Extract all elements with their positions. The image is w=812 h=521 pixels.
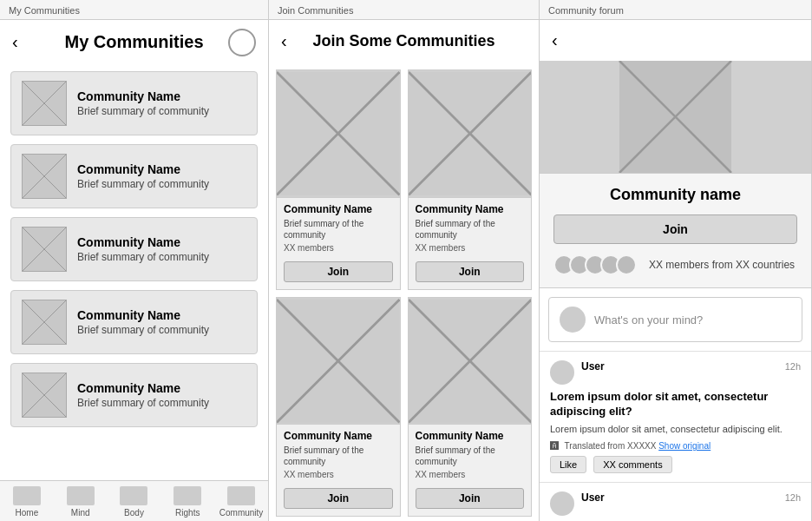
join-card-body: Community Name Brief summary of the comm… <box>277 425 400 485</box>
nav-icon <box>13 486 41 505</box>
community-summary: Brief summary of community <box>77 397 209 409</box>
panel2-header: ‹ Join Some Communities <box>269 20 539 63</box>
community-info: Community Name Brief summary of communit… <box>77 235 209 263</box>
whats-on-mind-text: What's on your mind? <box>594 313 703 326</box>
back-button-panel1[interactable]: ‹ <box>12 32 18 52</box>
post-user: User <box>581 491 605 504</box>
post-meta: User 12h <box>581 491 801 504</box>
join-grid: Community Name Brief summary of the comm… <box>269 63 539 521</box>
like-button[interactable]: Like <box>550 456 586 473</box>
post-actions: Like XX comments <box>550 456 801 473</box>
post-user: User <box>581 360 605 373</box>
nav-label: Body <box>124 508 144 518</box>
community-name: Community Name <box>77 308 209 322</box>
join-card-body: Community Name Brief summary of the comm… <box>277 198 400 258</box>
nav-icon <box>67 486 95 505</box>
join-card-image <box>277 70 400 198</box>
post-time: 12h <box>785 492 801 503</box>
join-card: Community Name Brief summary of the comm… <box>408 297 533 518</box>
join-card-button[interactable]: Join <box>284 261 393 282</box>
avatar[interactable] <box>228 29 256 56</box>
post-user-row: User 12h <box>581 360 801 373</box>
translate-label: Translated from XXXXX <box>565 441 657 451</box>
bottom-nav: Home Mind Body Rights Community <box>0 480 268 521</box>
community-thumbnail <box>22 154 67 199</box>
nav-label: Rights <box>175 508 200 518</box>
join-card-button[interactable]: Join <box>416 261 525 282</box>
post-meta: User 12h <box>581 360 801 373</box>
join-card-name: Community Name <box>416 203 525 215</box>
join-card-name: Community Name <box>416 430 525 442</box>
panel3-title-bar: Community forum <box>540 0 811 20</box>
my-communities-panel: My Communities ‹ My Communities Communit… <box>0 0 269 521</box>
user-avatar <box>560 307 586 333</box>
community-summary: Brief summary of community <box>77 178 209 190</box>
join-card-button[interactable]: Join <box>284 488 393 509</box>
join-card-image <box>409 298 532 425</box>
post-header: User 12h <box>550 360 801 385</box>
join-card-members: XX members <box>416 243 525 253</box>
join-card-summary: Brief summary of the community <box>284 445 393 467</box>
nav-item-rights[interactable]: Rights <box>160 486 214 518</box>
community-list-item[interactable]: Community Name Brief summary of communit… <box>10 217 258 281</box>
members-row: XX members from XX countries <box>553 254 797 275</box>
members-text: XX members from XX countries <box>649 259 795 271</box>
join-card-image <box>277 298 400 425</box>
join-card-image <box>409 70 532 198</box>
forum-banner <box>540 61 811 174</box>
nav-item-community[interactable]: Community <box>214 486 268 518</box>
join-card-members: XX members <box>284 470 393 479</box>
nav-item-body[interactable]: Body <box>108 486 161 518</box>
nav-label: Home <box>16 508 39 518</box>
community-list-item[interactable]: Community Name Brief summary of communit… <box>10 363 258 427</box>
back-button-panel3[interactable]: ‹ <box>552 30 558 50</box>
post-avatar <box>550 360 574 385</box>
nav-label: Mind <box>71 508 90 518</box>
panel1-title-bar: My Communities <box>0 0 268 20</box>
join-card-name: Community Name <box>284 203 393 215</box>
community-summary: Brief summary of community <box>77 251 209 263</box>
panel2-title-bar: Join Communities <box>269 0 539 20</box>
community-forum-panel: Community forum ‹ Community name Join XX… <box>540 0 812 521</box>
post-header: User 12h <box>550 491 801 516</box>
translate-icon: 🅰 <box>550 441 559 451</box>
community-list-item[interactable]: Community Name Brief summary of communit… <box>10 290 258 354</box>
back-button-panel2[interactable]: ‹ <box>281 31 287 51</box>
community-info: Community Name Brief summary of communit… <box>77 89 209 117</box>
community-thumbnail <box>22 300 67 345</box>
show-original-link[interactable]: Show original <box>658 441 710 451</box>
community-name: Community Name <box>77 89 209 103</box>
join-card: Community Name Brief summary of the comm… <box>276 69 401 290</box>
post-user-row: User 12h <box>581 491 801 504</box>
community-card: Community name Join XX members from XX c… <box>540 174 811 288</box>
avatar-5 <box>616 254 637 275</box>
community-name: Community Name <box>77 381 209 395</box>
join-card-button[interactable]: Join <box>416 488 525 509</box>
join-card-members: XX members <box>284 243 393 253</box>
comments-button[interactable]: XX comments <box>593 456 671 473</box>
panel3-header: ‹ <box>540 20 811 61</box>
post-card-0: User 12h Lorem ipsum dolor sit amet, con… <box>540 351 811 482</box>
community-summary: Brief summary of community <box>77 324 209 336</box>
nav-item-home[interactable]: Home <box>0 486 54 518</box>
post-time: 12h <box>785 361 801 372</box>
nav-icon <box>227 486 255 505</box>
post-body: Lorem ipsum dolor sit amet, consectetur … <box>550 423 801 436</box>
panel2-heading: Join Some Communities <box>312 32 494 50</box>
community-thumbnail <box>22 373 67 418</box>
panel1-heading: My Communities <box>64 32 203 52</box>
post-avatar <box>550 491 574 516</box>
community-info: Community Name Brief summary of communit… <box>77 308 209 336</box>
forum-content: Community name Join XX members from XX c… <box>540 61 811 521</box>
avatar-stack <box>553 254 632 275</box>
community-name: Community Name <box>77 235 209 249</box>
community-join-button[interactable]: Join <box>553 214 797 244</box>
join-card: Community Name Brief summary of the comm… <box>276 297 401 518</box>
community-list-item[interactable]: Community Name Brief summary of communit… <box>10 71 258 135</box>
nav-item-mind[interactable]: Mind <box>54 486 108 518</box>
community-list-item[interactable]: Community Name Brief summary of communit… <box>10 144 258 208</box>
join-card-name: Community Name <box>284 430 393 442</box>
community-thumbnail <box>22 227 67 272</box>
whats-on-mind[interactable]: What's on your mind? <box>548 297 802 342</box>
nav-icon <box>174 486 201 505</box>
